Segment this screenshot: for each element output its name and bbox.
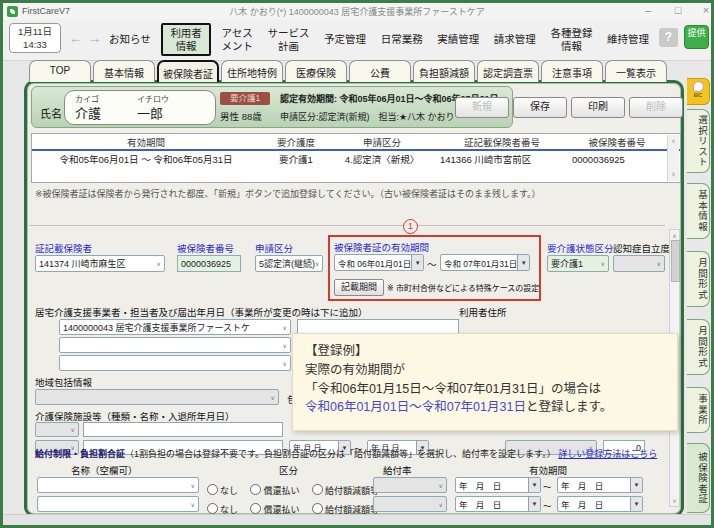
tab-kouhi[interactable]: 公費 [349,60,411,82]
nav-item-riyousha-jouhou[interactable]: 利用者 情報 [161,23,211,55]
maximize-icon[interactable]: □ [667,4,689,16]
side-tab-gekkan-keishiki-2[interactable]: 月間形式 [687,319,710,375]
save-button[interactable]: 保存 [513,97,567,118]
nav-item-kakushu-touroku[interactable]: 各種登録 情報 [546,24,596,54]
tab-kihon-jouhou[interactable]: 基本情報 [93,60,155,82]
dropdown-icon[interactable]: ▼ [411,255,423,270]
delete-button[interactable]: 削除 [629,97,683,118]
bc-mascot-tab[interactable]: BC [687,78,710,105]
tab-chuui-jikou[interactable]: 注意事項 [541,60,603,82]
benefit-rate-select-2[interactable]: ∨ [373,496,447,512]
nav-item-jisseki-kanri[interactable]: 実績管理 [433,30,483,48]
insured-no-input[interactable]: 0000036925 [177,255,241,272]
benefit-date-from-1[interactable]: 年 月 日 ▼ [455,477,541,493]
application-select[interactable]: 5認定済(継続) ∨ [255,255,323,272]
tab-hihokenshashou[interactable]: 被保険者証 [157,60,219,82]
tab-futangaku-gengaku[interactable]: 負担額減額 [413,60,475,82]
benefit-rate-select-1[interactable]: ∨ [373,477,447,493]
back-icon[interactable]: ← [69,31,82,46]
care-level-badge: 要介護1 [220,92,270,105]
provider-select-2[interactable]: ∨ [59,337,291,353]
scroll-down-icon[interactable]: ∨ [670,497,679,504]
content-frame: 氏名 カイゴ イチロウ 介護 一郎 要介護1 男性 88歳 認定有効期間: 令和… [24,80,684,517]
name-last: 介護 [75,103,101,122]
status-bar [3,514,711,527]
nav-item-assessment[interactable]: アセス メント [217,24,257,54]
nav-item-oshirase[interactable]: お知らせ [105,30,155,48]
provider-select-3[interactable]: ∨ [59,355,291,371]
dropdown-icon[interactable]: ▼ [528,497,540,511]
application-label: 申請区分 [255,241,293,255]
certificate-history-table: 有効期間 要介護度 申請区分 証記載保険者番号 被保険者番号 令和05年06月0… [31,133,681,183]
name-label: 氏名 [40,105,62,121]
dropdown-icon[interactable]: ▼ [528,478,540,492]
benefit-date-from-2[interactable]: 年 月 日 ▼ [455,496,541,512]
dementia-select[interactable]: ∨ [613,255,665,272]
scroll-up-icon[interactable]: ∧ [668,137,679,144]
care-level-label: 要介護状態区分 [547,241,614,255]
tab-nintei-chousahyou[interactable]: 認定調査票 [477,60,539,82]
benefit-name-select-1[interactable]: ∨ [37,477,199,493]
provider-select-1[interactable]: 1400000043 居宅介護支援事業所ファーストケ ∨ [59,319,291,335]
chevron-down-icon: ∨ [601,260,605,267]
forward-icon[interactable]: → [88,31,101,46]
application-info: 申請区分:認定済(新規) 担当:★八木 かおり [280,110,455,123]
radio-none[interactable] [207,484,218,495]
benefit-date-to-2[interactable]: 年 月 日 ▼ [557,496,643,512]
print-button[interactable]: 印刷 [571,97,625,118]
patient-name-box: カイゴ イチロウ 介護 一郎 [64,90,216,125]
nav-item-iji-kanri[interactable]: 維持管理 [603,30,653,48]
insurer-select[interactable]: 141374 川崎市麻生区 ∨ [35,255,165,272]
dropdown-icon[interactable]: ▼ [630,497,642,511]
radio-reimburse[interactable] [250,484,261,495]
side-tab-sentaku-list[interactable]: 選択リスト [687,109,710,173]
main-toolbar: 1月11日 14:33 ← → お知らせ 利用者 情報 アセス メント サービス… [3,19,711,61]
side-tab-gekkan-keishiki-1[interactable]: 月間形式 [687,251,710,307]
radio-reimburse[interactable] [250,503,261,514]
nav-item-nichijou-gyoumu[interactable]: 日常業務 [377,30,427,48]
tab-iryou-hoken[interactable]: 医療保険 [285,60,347,82]
name-first: 一郎 [137,103,163,122]
chevron-down-icon: ∨ [657,260,661,267]
validity-from-select[interactable]: 令和 06年01月01日 ▼ [334,254,424,271]
side-tab-jigyousho[interactable]: 事業所 [687,387,710,433]
radio-none[interactable] [207,503,218,514]
table-scrollbar[interactable]: ∧ ∨ [667,135,679,181]
tab-ichiran-hyouji[interactable]: 一覧表示 [605,60,667,82]
help-button[interactable]: ? [659,28,678,47]
page-tabs: TOP 基本情報 被保険者証 住所地特例 医療保険 公費 負担額減額 認定調査票… [29,60,667,82]
care-level-select[interactable]: 要介護1 ∨ [547,255,609,272]
benefit-name-select-2[interactable]: ∨ [37,496,199,512]
close-icon[interactable]: × [695,4,714,16]
radio-reduction[interactable] [312,503,323,514]
nav-item-service-keikaku[interactable]: サービス 計画 [264,24,314,54]
tab-top[interactable]: TOP [29,60,91,82]
table-row[interactable]: 令和05年06月01日 ～ 令和06年05月31日 要介護1 4.認定済〈新規〉… [32,151,680,167]
radio-reduction[interactable] [312,484,323,495]
divider [29,225,665,226]
listed-period-button[interactable]: 記載期間 [334,279,384,296]
benefit-col-rate: 給付率 [383,463,412,477]
new-button[interactable]: 新規 [455,97,509,118]
minimize-icon[interactable]: – [637,4,659,16]
dropdown-icon[interactable]: ▼ [630,478,642,492]
community-label: 地域包括情報 [35,375,92,389]
benefit-date-to-1[interactable]: 年 月 日 ▼ [557,477,643,493]
tab-juushochi-tokurei[interactable]: 住所地特例 [221,60,283,82]
scroll-up-icon[interactable]: ∧ [670,232,679,239]
nav-item-yotei-kanri[interactable]: 予定管理 [320,30,370,48]
provider-label: 居宅介護支援事業者・担当者及び届出年月日（事業所が変更の時は下に追加） [35,305,368,319]
facility-type-select-1[interactable]: ∨ [35,422,79,437]
community-select[interactable]: ∨ [35,389,279,405]
side-tab-kihon-jouhou[interactable]: 基本情報 [687,183,710,239]
dropdown-icon[interactable]: ▼ [517,255,529,270]
side-tab-hihokenshashou[interactable]: 被保険者証 [687,443,710,513]
scrollbar-thumb[interactable] [671,240,680,282]
insured-no-label: 被保険者番号 [177,241,234,255]
scroll-down-icon[interactable]: ∨ [668,170,679,177]
validity-to-select[interactable]: 令和 07年01月31日 ▼ [440,254,530,271]
facility-name-input-1[interactable] [83,422,283,437]
benefit-detail-link[interactable]: 詳しい登録方法はこちら [558,449,657,459]
nav-item-seikyuu-kanri[interactable]: 請求管理 [490,30,540,48]
provide-button[interactable]: 提供 [684,25,709,49]
